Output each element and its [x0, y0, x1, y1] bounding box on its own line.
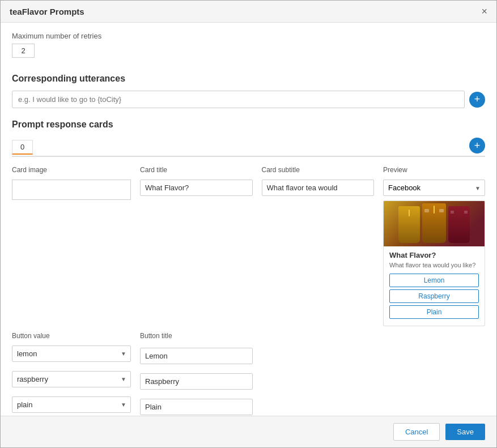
card-title-col	[140, 180, 253, 326]
preview-card: What Flavor? What flavor tea would you l…	[383, 200, 485, 326]
button-val-0: lemonraspberryplain ▼	[12, 345, 131, 366]
button-value-label: Button value	[12, 332, 131, 340]
card-tab-0[interactable]: 0	[12, 140, 33, 155]
card-image-label: Card image	[12, 166, 131, 174]
dialog-footer: Cancel Save	[1, 416, 496, 447]
retries-value: 2	[12, 44, 35, 58]
add-utterance-button[interactable]: +	[469, 92, 485, 108]
button-title-2	[140, 396, 253, 416]
card-preview-col: Facebook Slack Twilio ▼	[383, 180, 485, 326]
button-val-1: lemonraspberryplain ▼	[12, 371, 131, 392]
card-subtitle-label: Card subtitle	[262, 166, 375, 174]
preview-info: What Flavor? What flavor tea would you l…	[384, 246, 485, 326]
preview-card-subtitle: What flavor tea would you like?	[389, 261, 479, 269]
dialog: teaFlavor Prompts × Maximum number of re…	[0, 0, 497, 448]
glass-1	[398, 206, 420, 243]
utterances-row: +	[12, 91, 485, 108]
button-title-1	[140, 371, 253, 392]
button-row-2: lemonraspberryplain ▼	[12, 396, 485, 416]
button-title-input-0[interactable]	[140, 348, 253, 364]
button-title-input-2[interactable]	[140, 399, 253, 415]
retries-label: Maximum number of retries	[12, 32, 485, 40]
preview-image	[384, 201, 485, 246]
platform-select[interactable]: Facebook Slack Twilio	[383, 180, 485, 196]
card-top-row: Facebook Slack Twilio ▼	[12, 180, 485, 326]
platform-select-wrapper: Facebook Slack Twilio ▼	[383, 180, 485, 196]
close-button[interactable]: ×	[481, 6, 487, 16]
utterances-input[interactable]	[12, 91, 465, 108]
glass-3	[448, 206, 470, 243]
preview-card-title: What Flavor?	[389, 251, 479, 259]
button-title-0	[140, 345, 253, 366]
button-row-1: lemonraspberryplain ▼	[12, 371, 485, 392]
tea-glasses-graphic	[395, 201, 473, 246]
button-value-select-0[interactable]: lemonraspberryplain	[12, 345, 131, 362]
button-row-0: lemonraspberryplain ▼	[12, 345, 485, 366]
button-value-select-2[interactable]: lemonraspberryplain	[12, 396, 131, 413]
preview-btn-lemon[interactable]: Lemon	[389, 274, 479, 287]
cancel-button[interactable]: Cancel	[393, 423, 440, 441]
add-card-button[interactable]: +	[469, 138, 485, 153]
dialog-body: Maximum number of retries 2 Correspondin…	[1, 23, 496, 416]
button-title-label: Button title	[140, 332, 253, 340]
button-title-input-1[interactable]	[140, 373, 253, 390]
preview-btn-raspberry[interactable]: Raspberry	[389, 289, 479, 303]
dialog-title: teaFlavor Prompts	[10, 7, 84, 16]
prompt-response-section: Prompt response cards 0 + Card image Car…	[12, 120, 485, 416]
save-button[interactable]: Save	[445, 424, 485, 440]
card-title-input[interactable]	[140, 180, 253, 196]
utterances-section: Corresponding utterances +	[12, 74, 485, 108]
glass-2	[422, 203, 446, 243]
utterances-title: Corresponding utterances	[12, 74, 485, 84]
preview-label: Preview	[383, 166, 485, 174]
retries-section: Maximum number of retries 2	[12, 32, 485, 66]
button-labels-row: Button value Button title	[12, 332, 485, 343]
button-value-select-1[interactable]: lemonraspberryplain	[12, 371, 131, 387]
card-cols-header: Card image Card title Card subtitle Prev…	[12, 166, 485, 177]
card-title-label: Card title	[140, 166, 253, 174]
button-val-2: lemonraspberryplain ▼	[12, 396, 131, 416]
card-image-col	[12, 180, 131, 326]
dialog-header: teaFlavor Prompts ×	[1, 1, 496, 23]
card-subtitle-input[interactable]	[262, 180, 375, 196]
prompt-response-title: Prompt response cards	[12, 120, 485, 130]
card-image-box	[12, 180, 131, 200]
preview-btn-plain[interactable]: Plain	[389, 305, 479, 319]
card-subtitle-col	[262, 180, 375, 326]
